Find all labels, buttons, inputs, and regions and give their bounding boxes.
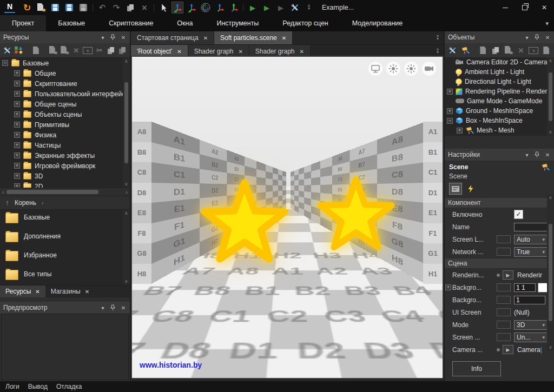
pin-icon[interactable] <box>534 34 540 41</box>
resources-new-folder-button[interactable] <box>48 44 58 56</box>
tree-row[interactable]: Camera Editor 2D - Camera <box>445 57 554 67</box>
resources-tools-button[interactable] <box>2 44 12 56</box>
mode-dropdown[interactable]: 3D <box>514 320 548 330</box>
scroll-down-icon[interactable] <box>125 182 128 187</box>
tab-shader-graph-1[interactable]: Shader graph <box>188 45 249 57</box>
list-item[interactable]: Дополнения <box>0 229 130 248</box>
tree-row[interactable]: Частицы <box>0 140 130 150</box>
scroll-thumb[interactable] <box>549 72 552 121</box>
objects-new-child-button[interactable] <box>503 44 514 56</box>
tab-list-menu-icon[interactable]: ▾ <box>437 49 439 54</box>
expand-icon[interactable] <box>14 142 20 148</box>
panel-menu-icon[interactable] <box>100 35 106 41</box>
tree-row[interactable]: Rendering Pipeline - Rendering <box>445 87 554 96</box>
network-dropdown[interactable]: True <box>514 247 548 257</box>
collapse-icon[interactable] <box>2 60 8 66</box>
objects-tools-button[interactable] <box>447 44 458 56</box>
play-button[interactable] <box>246 1 259 14</box>
up-arrow-icon[interactable] <box>5 198 9 207</box>
rotate-tool-button[interactable] <box>199 1 212 14</box>
tree-row[interactable]: Физика <box>0 130 130 140</box>
expand-icon[interactable] <box>457 128 463 134</box>
expand-icon[interactable] <box>14 183 20 188</box>
tree-row[interactable]: Ambient Light - Light <box>445 67 554 77</box>
expand-icon[interactable] <box>14 173 20 179</box>
color-swatch[interactable] <box>538 283 548 293</box>
panel-close-icon[interactable] <box>544 35 551 41</box>
expand-icon[interactable] <box>14 122 20 128</box>
resources-tree-scrollbar[interactable] <box>123 58 130 188</box>
menu-item-windows[interactable]: Окна <box>165 15 205 31</box>
background-field[interactable]: 1 <box>514 296 545 304</box>
expand-icon[interactable] <box>14 91 20 97</box>
new-resource-button[interactable] <box>35 1 48 14</box>
collapse-icon[interactable] <box>447 118 453 124</box>
background-color-field[interactable]: 1 1 <box>514 283 536 292</box>
scroll-thumb[interactable] <box>549 224 552 321</box>
expand-icon[interactable] <box>445 284 451 290</box>
tab-root-object[interactable]: 'Root object' <box>131 45 188 57</box>
tab-start-page[interactable]: Стартовая страница <box>131 31 214 44</box>
restore-button[interactable] <box>515 0 535 15</box>
enabled-checkbox[interactable] <box>514 210 523 219</box>
section-scene[interactable]: Сцена <box>445 258 554 269</box>
expand-reference-button[interactable] <box>503 345 513 354</box>
tree-row[interactable]: Ground - MeshInSpace <box>445 106 554 116</box>
tab-shader-graph-2[interactable]: Shader graph <box>249 45 311 57</box>
resources-rename-button[interactable] <box>83 44 93 56</box>
tree-row[interactable]: Game Mode - GameMode <box>445 96 554 106</box>
statusbar-logs[interactable]: Логи <box>5 383 19 390</box>
tab-resources[interactable]: Ресурсы <box>0 285 45 297</box>
scroll-up-icon[interactable] <box>549 58 552 63</box>
screen-orientation-dropdown[interactable]: Un... <box>514 333 548 342</box>
scroll-up-icon[interactable] <box>125 211 128 216</box>
move-tool-alt-button[interactable] <box>185 1 198 14</box>
menu-item-tools[interactable]: Инструменты <box>205 15 271 31</box>
tab-close-icon[interactable] <box>85 288 89 295</box>
resources-new-file-button[interactable] <box>60 44 70 56</box>
objects-tree-scrollbar[interactable] <box>547 57 554 136</box>
refresh-button[interactable] <box>21 1 34 14</box>
menu-item-scene-editor[interactable]: Редактор сцен <box>271 15 340 31</box>
resources-types-button[interactable] <box>14 44 24 56</box>
tools-button[interactable] <box>288 1 301 14</box>
delete-button[interactable] <box>138 1 151 14</box>
expand-icon[interactable] <box>14 111 20 117</box>
default-value-box[interactable] <box>497 321 511 329</box>
redo-button[interactable] <box>110 1 123 14</box>
tree-row[interactable]: 3D <box>0 171 130 181</box>
tree-row[interactable]: 2D <box>0 181 130 188</box>
tree-row[interactable]: Box - MeshInSpace <box>445 116 554 125</box>
play-disabled-button[interactable] <box>274 1 287 14</box>
tree-row[interactable]: Общее сцены <box>0 99 130 109</box>
objects-delete-button[interactable] <box>516 44 526 56</box>
default-value-box[interactable] <box>497 296 511 304</box>
scale-tool-button[interactable] <box>213 1 226 14</box>
resources-edit-button[interactable] <box>31 44 41 56</box>
scroll-down-icon[interactable] <box>549 130 552 135</box>
display-mode-button[interactable] <box>368 62 382 76</box>
camera-view-button[interactable] <box>422 62 436 76</box>
resources-paste-button[interactable] <box>118 44 128 56</box>
close-button[interactable] <box>535 0 554 15</box>
toolbar-menu-button[interactable]: ▾ <box>302 1 315 14</box>
tree-row[interactable]: Общие <box>0 68 130 78</box>
tab-list-menu-icon[interactable]: ▾ <box>437 35 439 41</box>
panel-menu-icon[interactable] <box>100 305 106 311</box>
objects-copy-button[interactable] <box>541 44 552 56</box>
scene-viewport[interactable]: H8H1H2H3H4 A5A6A7A8A1A2A3A4A5 B6B7B8B1B2… <box>132 57 443 378</box>
list-item[interactable]: Избранное <box>0 248 130 267</box>
scroll-up-icon[interactable] <box>125 59 128 64</box>
tree-row[interactable]: Базовые <box>0 58 130 68</box>
menu-item-basic[interactable]: Базовые <box>46 15 97 31</box>
tab-soft-particles-scene[interactable]: Soft particles.scene <box>214 31 293 44</box>
properties-tab-button[interactable] <box>449 183 462 195</box>
scroll-down-icon[interactable] <box>125 279 128 284</box>
save-all-button[interactable] <box>77 1 90 14</box>
expand-icon[interactable] <box>14 70 20 76</box>
scroll-thumb[interactable] <box>124 82 128 163</box>
select-tool-button[interactable] <box>157 1 170 14</box>
default-value-box[interactable] <box>497 283 511 291</box>
tab-close-icon[interactable] <box>282 34 286 42</box>
play-secondary-button[interactable] <box>260 1 273 14</box>
